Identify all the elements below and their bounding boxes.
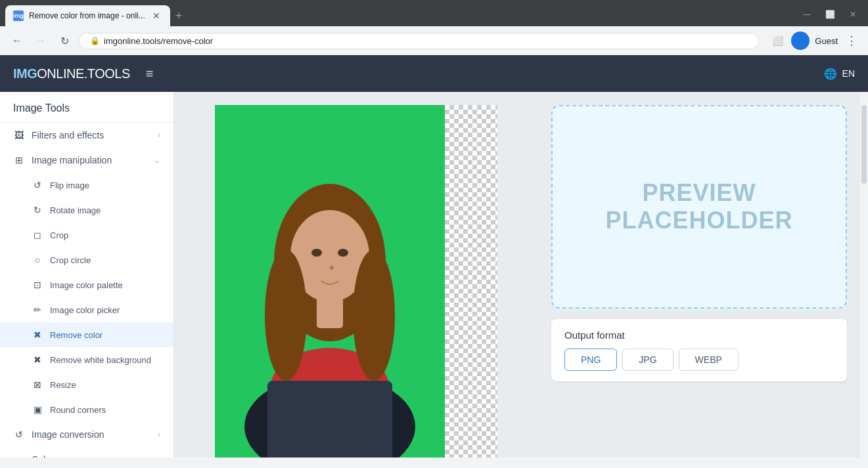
manipulation-label: Image manipulation xyxy=(32,155,112,165)
crop-circle-icon: ○ xyxy=(32,254,43,266)
address-text: imgonline.tools/remove-color xyxy=(104,36,213,46)
format-webp-button[interactable]: WEBP xyxy=(679,349,739,371)
svg-rect-6 xyxy=(317,295,343,328)
color-picker-label: Image color picker xyxy=(50,305,120,315)
format-png-button[interactable]: PNG xyxy=(564,349,617,371)
nav-right: 🌐 EN xyxy=(824,68,855,80)
sidebar-item-image-conversion[interactable]: ↺ Image conversion › xyxy=(0,422,173,447)
logo-part2: ONLINE.TOOLS xyxy=(37,66,129,81)
remove-color-label: Remove color xyxy=(50,330,103,340)
image-preview-panel xyxy=(174,92,538,457)
rotate-icon: ↻ xyxy=(32,204,43,216)
lock-icon: 🔒 xyxy=(90,36,100,45)
address-bar-row: ← → ↻ 🔒 imgonline.tools/remove-color ⬜ 👤… xyxy=(0,26,868,55)
colors-icon: ✏ xyxy=(13,454,25,457)
color-palette-label: Image color palette xyxy=(50,280,123,290)
svg-point-11 xyxy=(330,266,334,270)
right-panel: PREVIEW PLACEHOLDER Output format PNG JP… xyxy=(538,92,860,457)
logo-part1: IMG xyxy=(13,66,37,81)
manipulation-icon: ⊞ xyxy=(13,154,25,166)
transparency-indicator xyxy=(445,105,497,457)
profile-icon[interactable]: 👤 xyxy=(791,32,810,50)
svg-point-10 xyxy=(338,249,348,257)
resize-label: Resize xyxy=(50,380,76,390)
sidebar-title: Image Tools xyxy=(0,92,173,123)
close-button[interactable]: ✕ xyxy=(843,7,863,22)
reload-button[interactable]: ↻ xyxy=(55,32,74,50)
sidebar-item-filters-and-effects[interactable]: 🖼 Filters and effects › xyxy=(0,123,173,148)
flip-icon: ↺ xyxy=(32,179,43,191)
new-tab-button[interactable]: + xyxy=(170,7,188,26)
remove-color-icon: ✖ xyxy=(32,329,43,341)
profile-area: ⬜ 👤 Guest ⋮ xyxy=(769,31,860,51)
rotate-label: Rotate image xyxy=(50,205,101,215)
tab-close-button[interactable]: ✕ xyxy=(150,10,162,22)
work-area: PREVIEW PLACEHOLDER Output format PNG JP… xyxy=(174,92,868,457)
sidebar-item-colors[interactable]: ✏ Colors › xyxy=(0,447,173,457)
flip-label: Flip image xyxy=(50,181,89,190)
color-picker-icon: ✏ xyxy=(32,304,43,316)
svg-point-8 xyxy=(353,249,395,381)
format-buttons: PNG JPG WEBP xyxy=(564,349,834,371)
color-palette-icon: ⊡ xyxy=(32,279,43,291)
main-content: Image Tools 🖼 Filters and effects › ⊞ Im… xyxy=(0,92,868,457)
sidebar-item-flip-image[interactable]: ↺ Flip image xyxy=(0,173,173,198)
filters-label: Filters and effects xyxy=(32,130,104,140)
sidebar-item-image-color-picker[interactable]: ✏ Image color picker xyxy=(0,297,173,322)
filters-icon: 🖼 xyxy=(13,129,25,141)
preview-placeholder-text: PREVIEW PLACEHOLDER xyxy=(553,179,846,234)
sidebar-item-round-corners[interactable]: ▣ Round corners xyxy=(0,397,173,422)
browser-tab[interactable]: img Remove color from image - onli... ✕ xyxy=(5,5,170,26)
profile-label: Guest xyxy=(815,36,838,46)
maximize-button[interactable]: ⬜ xyxy=(819,7,842,22)
browser-menu-button[interactable]: ⋮ xyxy=(843,31,860,51)
filters-chevron: › xyxy=(158,131,160,140)
svg-point-9 xyxy=(311,249,322,257)
language-label[interactable]: EN xyxy=(842,68,855,79)
sidebar-item-crop-circle[interactable]: ○ Crop circle xyxy=(0,247,173,272)
tab-title: Remove color from image - onli... xyxy=(29,11,145,20)
tab-favicon: img xyxy=(13,11,24,21)
globe-icon: 🌐 xyxy=(824,68,837,80)
sidebar-item-crop[interactable]: ◻ Crop xyxy=(0,223,173,247)
source-image xyxy=(215,105,445,457)
sidebar-item-remove-color[interactable]: ✖ Remove color xyxy=(0,322,173,347)
sidebar-item-image-manipulation[interactable]: ⊞ Image manipulation ⌄ xyxy=(0,148,173,173)
remove-white-bg-label: Remove white background xyxy=(50,355,151,365)
browser-chrome: img Remove color from image - onli... ✕ … xyxy=(0,0,868,55)
tab-bar: img Remove color from image - onli... ✕ … xyxy=(0,0,868,26)
hamburger-menu-button[interactable]: ≡ xyxy=(146,66,154,81)
image-manipulation-submenu: ↺ Flip image ↻ Rotate image ◻ Crop ○ Cro… xyxy=(0,173,173,422)
crop-icon: ◻ xyxy=(32,229,43,241)
svg-point-7 xyxy=(265,249,307,381)
sidebar-item-rotate-image[interactable]: ↻ Rotate image xyxy=(0,198,173,223)
remove-white-bg-icon: ✖ xyxy=(32,354,43,366)
top-nav: IMGONLINE.TOOLS ≡ 🌐 EN xyxy=(0,55,868,92)
scrollbar-thumb[interactable] xyxy=(861,105,867,184)
resize-icon: ⊠ xyxy=(32,379,43,391)
crop-circle-label: Crop circle xyxy=(50,255,91,265)
sidebar-item-remove-white-background[interactable]: ✖ Remove white background xyxy=(0,347,173,372)
forward-button[interactable]: → xyxy=(32,32,50,50)
image-container xyxy=(215,105,497,457)
logo: IMGONLINE.TOOLS xyxy=(13,66,130,81)
app-container: IMGONLINE.TOOLS ≡ 🌐 EN Image Tools 🖼 Fil… xyxy=(0,55,868,457)
back-button[interactable]: ← xyxy=(8,32,26,50)
output-format-title: Output format xyxy=(564,330,834,341)
address-field[interactable]: 🔒 imgonline.tools/remove-color xyxy=(79,33,759,49)
sidebar: Image Tools 🖼 Filters and effects › ⊞ Im… xyxy=(0,92,174,457)
colors-chevron: › xyxy=(158,455,160,457)
preview-placeholder-box: PREVIEW PLACEHOLDER xyxy=(551,105,847,308)
format-jpg-button[interactable]: JPG xyxy=(622,349,673,371)
conversion-icon: ↺ xyxy=(13,429,25,440)
crop-label: Crop xyxy=(50,230,68,240)
round-corners-icon: ▣ xyxy=(32,404,43,415)
output-format-card: Output format PNG JPG WEBP xyxy=(551,319,847,381)
svg-rect-3 xyxy=(267,381,392,457)
sidebar-item-resize[interactable]: ⊠ Resize xyxy=(0,372,173,397)
scrollbar-track[interactable] xyxy=(860,92,868,457)
sidebar-item-image-color-palette[interactable]: ⊡ Image color palette xyxy=(0,272,173,297)
tabs-icon[interactable]: ⬜ xyxy=(769,33,786,49)
manipulation-chevron: ⌄ xyxy=(154,156,160,165)
minimize-button[interactable]: — xyxy=(796,7,817,22)
